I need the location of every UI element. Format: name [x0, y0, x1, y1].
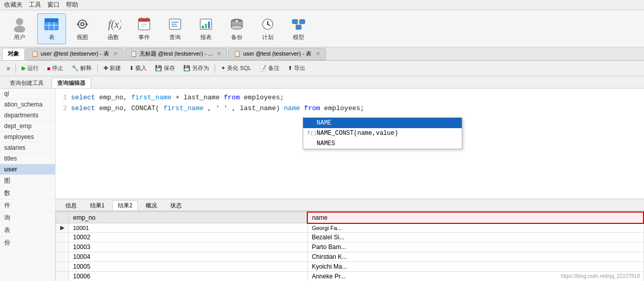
table-row: 10003Parto Bam...: [56, 242, 644, 252]
toolbar-function-btn[interactable]: f(x) 函数: [99, 13, 128, 44]
sidebar-item-employees[interactable]: employees: [0, 132, 55, 143]
menu-item-window[interactable]: 窗口: [47, 1, 60, 9]
table-icon-small3: 📋: [234, 50, 241, 57]
toolbar-event-btn[interactable]: 事件: [130, 13, 159, 44]
query-icon: [167, 16, 183, 32]
table-cell: 10004: [69, 252, 308, 262]
run-icon: ▶: [22, 65, 26, 72]
svg-rect-13: [138, 19, 150, 22]
sidebar-item-info-schema[interactable]: ation_schema: [0, 99, 55, 110]
save-label: 保存: [164, 64, 175, 72]
row-marker-header: [56, 212, 69, 223]
results-table: emp_no name ▶10001Georgi Fa...10002Bezal…: [56, 212, 644, 282]
toolbar-schedule-btn[interactable]: 计划: [253, 13, 282, 44]
sidebar-item-icon2[interactable]: 数: [0, 187, 55, 200]
bottom-tab-result1[interactable]: 结果1: [84, 200, 110, 210]
close-icon-3[interactable]: ✕: [316, 50, 320, 57]
svg-point-8: [81, 23, 84, 26]
beautify-btn[interactable]: ✦ 美化 SQL: [217, 63, 255, 74]
run-label: 运行: [27, 64, 39, 72]
nav-tab-untitled[interactable]: 📋 无标题 @test (testserver) - ... ✕: [125, 48, 228, 60]
nav-tab-user-table1[interactable]: 📋 user @test (testserver) - 表 ✕: [26, 48, 124, 60]
toolbar-view-btn[interactable]: 视图: [68, 13, 97, 44]
save-icon: 💾: [155, 65, 162, 72]
bottom-tab-info-label: 信息: [65, 202, 77, 208]
sub-tab-query-builder[interactable]: 查询创建工具: [4, 78, 49, 88]
sidebar-item-ql[interactable]: ql: [0, 89, 55, 99]
function-icon: f(x): [105, 16, 121, 32]
toolbar-model-btn[interactable]: 模型: [284, 13, 313, 44]
autocomplete-dropdown[interactable]: NAME f() NAME_CONST(name,value) NAMES: [303, 117, 462, 149]
sidebar-item-departments[interactable]: departments: [0, 110, 55, 121]
sidebar-item-icon4[interactable]: 询: [0, 212, 55, 224]
menu-item-favorites[interactable]: 收藏夹: [4, 1, 23, 9]
row-marker: [56, 242, 69, 252]
sidebar-item-salaries[interactable]: salaries: [0, 143, 55, 153]
save-as-btn[interactable]: 💾 另存为: [180, 63, 213, 74]
stop-label: 停止: [52, 64, 63, 72]
code-line-2: select emp_no, CONCAT( first_name , ' ' …: [71, 103, 640, 114]
toolbar-backup-btn[interactable]: 备份: [222, 13, 251, 44]
close-icon-1[interactable]: ✕: [113, 50, 118, 57]
user-icon-btn[interactable]: 用户: [4, 13, 35, 44]
backup-label: 备份: [231, 33, 242, 41]
save-btn[interactable]: 💾 保存: [151, 63, 179, 74]
concat-first-name: first_name: [163, 104, 203, 112]
code-text-5: ,: [207, 104, 216, 112]
bottom-tab-status-label: 状态: [170, 202, 182, 208]
table-icon: [43, 16, 60, 32]
sub-tab-query-editor[interactable]: 查询编辑器: [51, 78, 91, 88]
new-btn[interactable]: ✚ 新建: [100, 63, 125, 74]
bottom-tab-result2[interactable]: 结果2: [112, 200, 138, 210]
menu-item-help[interactable]: 帮助: [66, 1, 78, 9]
hamburger-btn[interactable]: ≡: [3, 63, 13, 74]
explain-btn[interactable]: 🔧 解释: [68, 63, 95, 74]
watermark: https://blog.csdn.net/qq_22227818: [561, 273, 640, 279]
bottom-tab-overview[interactable]: 概况: [140, 200, 163, 210]
table-cell: 10006: [69, 272, 308, 282]
code-text-3: employees;: [244, 94, 284, 101]
nav-tab-object[interactable]: 对象: [2, 48, 25, 60]
toolbar-table-btn[interactable]: 表: [37, 13, 66, 44]
toolbar-report-btn[interactable]: 报表: [192, 13, 220, 44]
sidebar-item-icon6[interactable]: 份: [0, 237, 55, 249]
comment-btn[interactable]: 📝 备注: [256, 63, 283, 74]
table-row: 10006Anneke Pr...: [56, 272, 644, 282]
save-as-label: 另存为: [192, 64, 209, 72]
load-btn[interactable]: ⬇ 载入: [126, 63, 150, 74]
sidebar-item-dept-emp[interactable]: dept_emp: [0, 121, 55, 132]
bottom-tab-info[interactable]: 信息: [60, 200, 82, 210]
svg-rect-38: [296, 25, 301, 29]
table-icon-small2: 📋: [130, 50, 137, 57]
nav-tab-user-table2-label: user @test (testserver) - 表: [243, 50, 311, 58]
new-icon: ✚: [103, 65, 108, 72]
toolbar-query-btn[interactable]: 查询: [161, 13, 189, 44]
col-header-emp-no: emp_no: [69, 212, 308, 223]
sidebar-item-user[interactable]: user: [0, 164, 55, 175]
code-editor[interactable]: 1 2 select emp_no, first_name + last_nam…: [56, 89, 644, 199]
select-keyword-2: select: [71, 104, 95, 112]
row-marker: [56, 262, 69, 272]
nav-tab-user-table2[interactable]: 📋 user @test (testserver) - 表 ✕: [228, 48, 326, 60]
sidebar-item-icon3[interactable]: 件: [0, 200, 55, 212]
run-btn[interactable]: ▶ 运行: [18, 63, 42, 74]
view-label: 视图: [77, 33, 88, 41]
sidebar-item-icon1[interactable]: 图: [0, 175, 55, 187]
export-btn[interactable]: ⬆ 导出: [284, 63, 309, 74]
event-label: 事件: [138, 33, 150, 41]
main-layout: ql ation_schema departments dept_emp emp…: [0, 89, 644, 281]
sep2: [97, 64, 98, 73]
close-icon-2[interactable]: ✕: [217, 50, 221, 57]
sidebar-item-icon5[interactable]: 表: [0, 224, 55, 237]
stop-btn[interactable]: ■ 停止: [43, 63, 67, 74]
autocomplete-item-names[interactable]: NAMES: [303, 138, 462, 149]
nav-tab-untitled-label: 无标题 @test (testserver) - ...: [140, 50, 213, 58]
autocomplete-item-name-const[interactable]: f() NAME_CONST(name,value): [303, 128, 462, 138]
autocomplete-item-name[interactable]: NAME: [303, 118, 462, 128]
load-label: 载入: [135, 64, 147, 72]
action-toolbar: ≡ ▶ 运行 ■ 停止 🔧 解释 ✚ 新建 ⬇ 载入 💾 保存 💾 另存为 ✦ …: [0, 61, 644, 76]
beautify-icon: ✦: [221, 65, 225, 72]
bottom-tab-status[interactable]: 状态: [165, 200, 187, 210]
sidebar-item-titles[interactable]: titles: [0, 153, 55, 164]
menu-item-tools[interactable]: 工具: [29, 1, 41, 9]
